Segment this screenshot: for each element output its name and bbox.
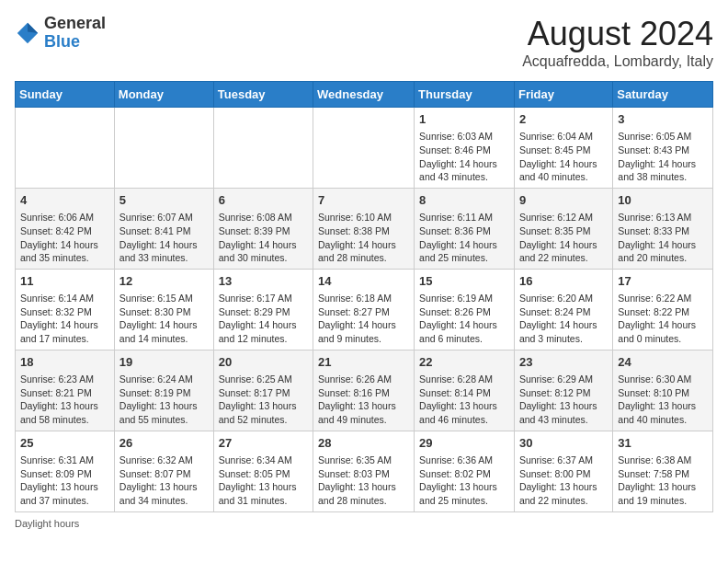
day-number: 15	[419, 273, 509, 290]
day-info: Sunrise: 6:18 AM Sunset: 8:27 PM Dayligh…	[318, 292, 409, 346]
day-number: 17	[618, 273, 708, 290]
day-number: 24	[618, 354, 708, 371]
day-number: 12	[119, 273, 209, 290]
logo-blue: Blue	[44, 32, 80, 51]
day-info: Sunrise: 6:28 AM Sunset: 8:14 PM Dayligh…	[419, 373, 509, 427]
day-number: 11	[20, 273, 109, 290]
day-number: 1	[419, 111, 509, 128]
calendar-cell: 28Sunrise: 6:35 AM Sunset: 8:03 PM Dayli…	[313, 431, 415, 511]
day-info: Sunrise: 6:35 AM Sunset: 8:03 PM Dayligh…	[318, 454, 409, 508]
calendar-cell: 3Sunrise: 6:05 AM Sunset: 8:43 PM Daylig…	[613, 108, 713, 189]
day-info: Sunrise: 6:34 AM Sunset: 8:05 PM Dayligh…	[219, 454, 308, 508]
calendar-cell: 7Sunrise: 6:10 AM Sunset: 8:38 PM Daylig…	[313, 188, 415, 269]
calendar-cell: 25Sunrise: 6:31 AM Sunset: 8:09 PM Dayli…	[16, 431, 115, 511]
day-info: Sunrise: 6:24 AM Sunset: 8:19 PM Dayligh…	[119, 373, 209, 427]
logo-general: General	[44, 14, 106, 32]
day-number: 22	[419, 354, 509, 371]
day-info: Sunrise: 6:36 AM Sunset: 8:02 PM Dayligh…	[419, 454, 509, 508]
calendar-cell: 27Sunrise: 6:34 AM Sunset: 8:05 PM Dayli…	[213, 431, 313, 511]
calendar-cell: 30Sunrise: 6:37 AM Sunset: 8:00 PM Dayli…	[514, 431, 612, 511]
day-number: 14	[318, 273, 409, 290]
svg-marker-1	[28, 23, 38, 33]
day-info: Sunrise: 6:23 AM Sunset: 8:21 PM Dayligh…	[20, 373, 109, 427]
day-info: Sunrise: 6:26 AM Sunset: 8:16 PM Dayligh…	[318, 373, 409, 427]
day-info: Sunrise: 6:14 AM Sunset: 8:32 PM Dayligh…	[20, 292, 109, 346]
calendar-cell: 21Sunrise: 6:26 AM Sunset: 8:16 PM Dayli…	[313, 350, 415, 431]
location-subtitle: Acquafredda, Lombardy, Italy	[522, 53, 713, 70]
day-number: 18	[20, 354, 109, 371]
day-number: 29	[419, 435, 509, 452]
day-info: Sunrise: 6:25 AM Sunset: 8:17 PM Dayligh…	[219, 373, 308, 427]
calendar-cell: 14Sunrise: 6:18 AM Sunset: 8:27 PM Dayli…	[313, 269, 415, 350]
calendar-week-row: 4Sunrise: 6:06 AM Sunset: 8:42 PM Daylig…	[16, 188, 713, 269]
calendar-cell: 12Sunrise: 6:15 AM Sunset: 8:30 PM Dayli…	[114, 269, 213, 350]
day-info: Sunrise: 6:04 AM Sunset: 8:45 PM Dayligh…	[519, 130, 608, 184]
calendar-cell	[114, 108, 213, 189]
calendar-cell	[313, 108, 415, 189]
logo-icon	[15, 20, 40, 46]
day-info: Sunrise: 6:12 AM Sunset: 8:35 PM Dayligh…	[519, 211, 608, 265]
day-number: 6	[219, 192, 308, 209]
calendar-cell: 15Sunrise: 6:19 AM Sunset: 8:26 PM Dayli…	[415, 269, 515, 350]
calendar-cell: 19Sunrise: 6:24 AM Sunset: 8:19 PM Dayli…	[114, 350, 213, 431]
title-area: August 2024 Acquafredda, Lombardy, Italy	[522, 15, 713, 70]
calendar-cell: 17Sunrise: 6:22 AM Sunset: 8:22 PM Dayli…	[613, 269, 713, 350]
calendar-week-row: 25Sunrise: 6:31 AM Sunset: 8:09 PM Dayli…	[16, 431, 713, 511]
day-number: 7	[318, 192, 409, 209]
footer-note: Daylight hours	[15, 518, 713, 529]
day-info: Sunrise: 6:13 AM Sunset: 8:33 PM Dayligh…	[618, 211, 708, 265]
calendar-cell: 20Sunrise: 6:25 AM Sunset: 8:17 PM Dayli…	[213, 350, 313, 431]
day-info: Sunrise: 6:29 AM Sunset: 8:12 PM Dayligh…	[519, 373, 608, 427]
day-info: Sunrise: 6:22 AM Sunset: 8:22 PM Dayligh…	[618, 292, 708, 346]
column-header-wednesday: Wednesday	[313, 82, 415, 108]
calendar-table: SundayMondayTuesdayWednesdayThursdayFrid…	[15, 81, 713, 512]
calendar-cell: 24Sunrise: 6:30 AM Sunset: 8:10 PM Dayli…	[613, 350, 713, 431]
calendar-cell: 1Sunrise: 6:03 AM Sunset: 8:46 PM Daylig…	[415, 108, 515, 189]
calendar-cell: 22Sunrise: 6:28 AM Sunset: 8:14 PM Dayli…	[415, 350, 515, 431]
calendar-cell: 8Sunrise: 6:11 AM Sunset: 8:36 PM Daylig…	[415, 188, 515, 269]
month-title: August 2024	[522, 15, 713, 53]
logo: General Blue	[15, 15, 106, 52]
day-number: 30	[519, 435, 608, 452]
calendar-cell: 23Sunrise: 6:29 AM Sunset: 8:12 PM Dayli…	[514, 350, 612, 431]
day-info: Sunrise: 6:06 AM Sunset: 8:42 PM Dayligh…	[20, 211, 109, 265]
day-info: Sunrise: 6:07 AM Sunset: 8:41 PM Dayligh…	[119, 211, 209, 265]
calendar-week-row: 1Sunrise: 6:03 AM Sunset: 8:46 PM Daylig…	[16, 108, 713, 189]
day-number: 28	[318, 435, 409, 452]
calendar-cell: 31Sunrise: 6:38 AM Sunset: 7:58 PM Dayli…	[613, 431, 713, 511]
day-number: 5	[119, 192, 209, 209]
day-number: 25	[20, 435, 109, 452]
day-info: Sunrise: 6:15 AM Sunset: 8:30 PM Dayligh…	[119, 292, 209, 346]
column-header-monday: Monday	[114, 82, 213, 108]
calendar-week-row: 18Sunrise: 6:23 AM Sunset: 8:21 PM Dayli…	[16, 350, 713, 431]
day-info: Sunrise: 6:31 AM Sunset: 8:09 PM Dayligh…	[20, 454, 109, 508]
day-number: 31	[618, 435, 708, 452]
day-number: 13	[219, 273, 308, 290]
column-header-sunday: Sunday	[16, 82, 115, 108]
calendar-cell: 26Sunrise: 6:32 AM Sunset: 8:07 PM Dayli…	[114, 431, 213, 511]
calendar-cell	[16, 108, 115, 189]
calendar-cell: 2Sunrise: 6:04 AM Sunset: 8:45 PM Daylig…	[514, 108, 612, 189]
day-info: Sunrise: 6:20 AM Sunset: 8:24 PM Dayligh…	[519, 292, 608, 346]
day-number: 19	[119, 354, 209, 371]
column-header-friday: Friday	[514, 82, 612, 108]
day-info: Sunrise: 6:19 AM Sunset: 8:26 PM Dayligh…	[419, 292, 509, 346]
day-number: 26	[119, 435, 209, 452]
day-info: Sunrise: 6:11 AM Sunset: 8:36 PM Dayligh…	[419, 211, 509, 265]
day-info: Sunrise: 6:38 AM Sunset: 7:58 PM Dayligh…	[618, 454, 708, 508]
day-info: Sunrise: 6:37 AM Sunset: 8:00 PM Dayligh…	[519, 454, 608, 508]
day-number: 3	[618, 111, 708, 128]
day-number: 10	[618, 192, 708, 209]
day-number: 16	[519, 273, 608, 290]
day-info: Sunrise: 6:08 AM Sunset: 8:39 PM Dayligh…	[219, 211, 308, 265]
day-number: 9	[519, 192, 608, 209]
day-info: Sunrise: 6:32 AM Sunset: 8:07 PM Dayligh…	[119, 454, 209, 508]
day-info: Sunrise: 6:10 AM Sunset: 8:38 PM Dayligh…	[318, 211, 409, 265]
calendar-cell: 5Sunrise: 6:07 AM Sunset: 8:41 PM Daylig…	[114, 188, 213, 269]
calendar-cell: 11Sunrise: 6:14 AM Sunset: 8:32 PM Dayli…	[16, 269, 115, 350]
calendar-cell: 9Sunrise: 6:12 AM Sunset: 8:35 PM Daylig…	[514, 188, 612, 269]
day-number: 2	[519, 111, 608, 128]
logo-text: General Blue	[44, 15, 106, 52]
calendar-cell: 13Sunrise: 6:17 AM Sunset: 8:29 PM Dayli…	[213, 269, 313, 350]
day-info: Sunrise: 6:05 AM Sunset: 8:43 PM Dayligh…	[618, 130, 708, 184]
